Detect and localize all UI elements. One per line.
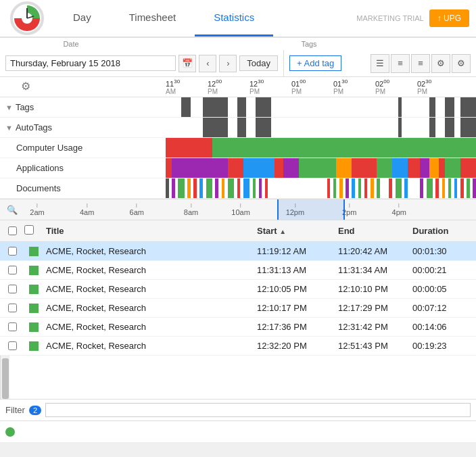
th-title[interactable]: Title [43,226,254,236]
th-start[interactable]: Start ▲ [254,226,335,236]
ruler-tick-7: 4pm [392,203,406,216]
bar-seg-documents-14 [265,178,268,198]
bar-seg-documents-24 [389,178,392,198]
tab-timesheet[interactable]: Timesheet [110,0,195,37]
row-label-text-autotags: AutoTags [16,122,52,133]
date-section: 📅 ‹ › Today [0,50,284,76]
td-check-3[interactable] [0,304,24,312]
bar-seg-documents-7 [215,178,218,198]
table-rows: ACME, Rocket, Research 11:19:12 AM 11:20… [0,242,476,356]
prev-date-button[interactable]: ‹ [199,55,216,72]
date-tags-bar: 📅 ‹ › Today + Add tag ☰ ≡ ≡ ⚙ ⚙ [0,50,476,77]
td-title-4: ACME, Rocket, Research [43,322,254,332]
bar-seg-documents-17 [339,178,343,198]
time-tick-2: 1230PM [249,78,291,95]
add-tag-button[interactable]: + Add tag [289,55,341,71]
td-start-1: 11:31:13 AM [254,265,335,275]
list-view-btn[interactable]: ☰ [371,54,389,73]
upgrade-button[interactable]: ↑ UPG [429,9,469,27]
table-row-3[interactable]: ACME, Rocket, Research 12:10:17 PM 12:17… [0,299,476,318]
table-row-1[interactable]: ACME, Rocket, Research 11:31:13 AM 11:31… [0,261,476,280]
bar-area-documents [166,178,476,198]
row-checkbox-3[interactable] [8,304,17,312]
bar-seg-applications-3 [243,158,275,178]
td-check-4[interactable] [0,322,24,331]
bar-seg-documents-27 [420,178,423,198]
bar-seg-applications-1 [172,158,228,178]
ruler-tick-line-2 [137,203,137,208]
tick-main-1: 1200 [208,78,222,88]
scrollbar-thumb[interactable] [2,358,9,399]
color-indicator-5 [29,341,39,351]
row-checkbox-2[interactable] [8,285,17,293]
time-tick-1: 1200PM [208,78,249,95]
export-btn[interactable]: ⚙ [452,54,471,73]
tab-statistics[interactable]: Statistics [195,0,273,37]
th-select-all[interactable] [0,226,24,235]
bar-seg-documents-18 [346,178,349,198]
next-date-button[interactable]: › [219,55,237,72]
color-checkbox[interactable] [24,225,34,235]
ruler-tick-1: 4am [80,203,94,216]
table-row-5[interactable]: ACME, Rocket, Research 12:32:20 PM 12:51… [0,337,476,356]
row-checkbox-0[interactable] [8,247,17,256]
bar-seg-documents-31 [448,178,452,198]
td-title-1: ACME, Rocket, Research [43,265,254,275]
ruler-tick-label-0: 2am [30,208,44,216]
td-title-3: ACME, Rocket, Research [43,303,254,313]
settings-view-btn[interactable]: ⚙ [431,54,450,73]
td-check-2[interactable] [0,285,24,293]
timeline-settings-btn[interactable]: ⚙ [16,77,35,95]
td-duration-2: 00:00:05 [410,284,464,294]
ruler-tick-label-2: 6am [130,208,144,216]
table-vertical-scrollbar[interactable] [0,356,9,399]
th-end[interactable]: End [335,226,410,236]
row-checkbox-4[interactable] [8,322,17,331]
calendar-icon-btn[interactable]: 📅 [178,55,196,72]
tick-main-6: 0230 [417,78,431,88]
td-end-4: 12:31:42 PM [335,322,410,332]
bar-seg-documents-10 [237,178,241,198]
chevron-autotags[interactable]: ▼ [5,124,13,132]
td-start-4: 12:17:36 PM [254,322,335,332]
table-row-0[interactable]: ACME, Rocket, Research 11:19:12 AM 11:20… [0,242,476,261]
compact-view-btn[interactable]: ≡ [411,54,430,73]
filter-input[interactable] [45,403,471,417]
td-end-3: 12:17:29 PM [335,303,410,313]
td-check-1[interactable] [0,266,24,274]
th-duration[interactable]: Duration [410,226,464,236]
today-button[interactable]: Today [239,55,278,71]
bar-seg-autotags-4 [429,118,435,137]
time-tick-5: 0200PM [375,78,417,95]
row-checkbox-1[interactable] [8,266,17,274]
time-tick-4: 0130PM [333,78,375,95]
row-label-text-computer_usage: Computer Usage [16,143,82,153]
table-row-2[interactable]: ACME, Rocket, Research 12:10:05 PM 12:10… [0,280,476,299]
section-labels: Date Tags [0,38,476,50]
tick-period-5: PM [375,88,385,95]
td-check-0[interactable] [0,247,24,256]
tab-day[interactable]: Day [54,0,110,37]
search-icon-area[interactable]: 🔍 [0,205,24,215]
table-header: Title Start ▲ End Duration [0,220,476,242]
timeline-header-left: ⚙ [0,77,166,95]
bar-seg-documents-13 [259,178,262,198]
top-nav: Day Timesheet Statistics MARKETING TRIAL… [0,0,476,38]
td-start-3: 12:10:17 PM [254,303,335,313]
date-input[interactable] [5,55,176,71]
td-check-5[interactable] [0,341,24,350]
scroll-ruler-ticks[interactable]: 2am4am6am8am10am12pm2pm4pm [24,199,476,220]
grid-view-btn[interactable]: ≡ [391,54,410,73]
tag-text-input[interactable] [19,427,471,437]
table-row-4[interactable]: ACME, Rocket, Research 12:17:36 PM 12:31… [0,318,476,337]
time-ruler: 1130AM1200PM1230PM0100PM0130PM0200PM0230… [166,78,476,95]
select-all-checkbox[interactable] [8,226,17,235]
ruler-tick-4: 10am [231,203,250,216]
row-checkbox-5[interactable] [8,341,17,350]
row-label-documents: Documents [0,183,166,193]
bar-seg-applications-9 [377,158,392,178]
bar-seg-autotags-5 [445,118,454,137]
td-title-5: ACME, Rocket, Research [43,341,254,351]
bar-seg-documents-34 [467,178,470,198]
chevron-tags[interactable]: ▼ [5,103,13,112]
